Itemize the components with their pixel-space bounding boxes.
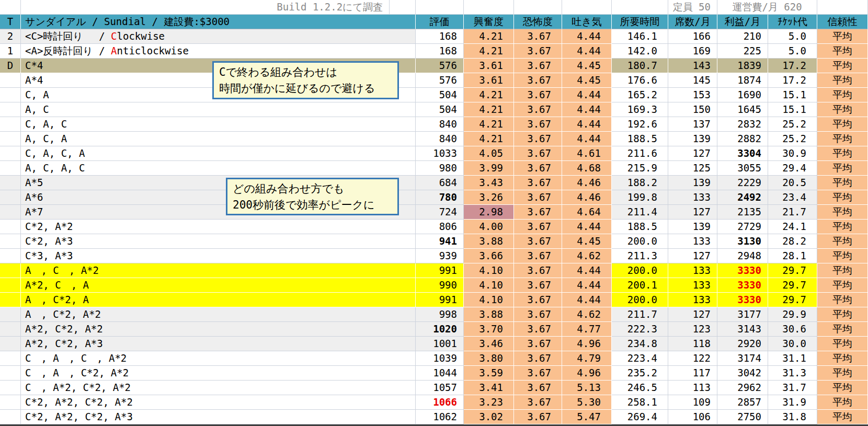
cell-combination-name[interactable]: C , A , C*2, A*2	[21, 366, 416, 381]
cell-fear[interactable]: 3.67	[514, 73, 562, 88]
cell-t[interactable]	[0, 337, 21, 351]
cell-nausea[interactable]: 4.44	[562, 44, 612, 59]
cell-reliability[interactable]: 平均	[817, 29, 868, 44]
cell-excitement[interactable]: 4.05	[464, 146, 514, 161]
cell-rating[interactable]: 1062	[416, 410, 464, 424]
cell-reliability[interactable]: 平均	[817, 278, 868, 293]
cell-duration[interactable]: 211.6	[612, 146, 668, 161]
cell-ticket-price[interactable]: 31.8	[768, 410, 817, 424]
cell-profit-per-month[interactable]: 2882	[717, 132, 768, 146]
cell-seats-per-month[interactable]: 133	[668, 293, 717, 307]
col-header-profit-per-month[interactable]: 利益/月	[717, 15, 768, 29]
cell-reliability[interactable]: 平均	[817, 395, 868, 410]
cell-t[interactable]	[0, 161, 21, 176]
cell-t[interactable]	[0, 88, 21, 102]
cell-seats-per-month[interactable]: 133	[668, 263, 717, 278]
cell-t[interactable]	[0, 263, 21, 278]
cell-seats-per-month[interactable]: 133	[668, 190, 717, 205]
cell-nausea[interactable]: 4.44	[562, 293, 612, 307]
cell-t[interactable]	[0, 220, 21, 234]
cell-t[interactable]	[0, 234, 21, 249]
cell-rating[interactable]: 806	[416, 220, 464, 234]
cell-nausea[interactable]: 5.13	[562, 381, 612, 395]
cell-blank[interactable]	[416, 0, 464, 15]
cell-profit-per-month[interactable]: 3177	[717, 307, 768, 322]
cell-excitement[interactable]: 3.66	[464, 249, 514, 263]
cell-seats-per-month[interactable]: 137	[668, 117, 717, 132]
cell-ticket-price[interactable]: 31.9	[768, 395, 817, 410]
cell-t[interactable]	[0, 410, 21, 424]
cell-seats-per-month[interactable]: 143	[668, 59, 717, 73]
cell-t[interactable]: 2	[0, 29, 21, 44]
cell-profit-per-month[interactable]: 3143	[717, 322, 768, 337]
cell-fear[interactable]: 3.67	[514, 366, 562, 381]
cell-combination-name[interactable]: A , C , A*2	[21, 263, 416, 278]
cell-fear[interactable]: 3.67	[514, 190, 562, 205]
cell-profit-per-month[interactable]: 3304	[717, 146, 768, 161]
cell-combination-name[interactable]: C*2, A*3	[21, 234, 416, 249]
cell-seats-per-month[interactable]: 125	[668, 161, 717, 176]
cell-rating[interactable]: 724	[416, 205, 464, 220]
cell-excitement[interactable]: 3.88	[464, 307, 514, 322]
cell-rating[interactable]: 576	[416, 73, 464, 88]
cell-rating[interactable]: 684	[416, 176, 464, 190]
cell-reliability[interactable]: 平均	[817, 249, 868, 263]
cell-fear[interactable]: 3.67	[514, 59, 562, 73]
cell-fear[interactable]: 3.67	[514, 88, 562, 102]
cell-rating[interactable]: 1033	[416, 146, 464, 161]
cell-rating[interactable]: 168	[416, 29, 464, 44]
cell-nausea[interactable]: 4.45	[562, 234, 612, 249]
cell-profit-per-month[interactable]: 3055	[717, 161, 768, 176]
cell-duration[interactable]: 269.4	[612, 410, 668, 424]
cell-reliability[interactable]: 平均	[817, 44, 868, 59]
cell-seats-per-month[interactable]: 127	[668, 146, 717, 161]
cell-duration[interactable]: 165.2	[612, 88, 668, 102]
cell-ticket-price[interactable]: 30.9	[768, 146, 817, 161]
cell-t[interactable]	[0, 351, 21, 366]
cell-combination-name[interactable]: A*2, C*2, A*2	[21, 322, 416, 337]
cell-t[interactable]	[0, 249, 21, 263]
cell-fear[interactable]: 3.67	[514, 220, 562, 234]
cell-excitement[interactable]: 4.21	[464, 29, 514, 44]
cell-seats-per-month[interactable]: 133	[668, 278, 717, 293]
cell-reliability[interactable]: 平均	[817, 220, 868, 234]
cell-combination-name[interactable]: A*2, C , A	[21, 278, 416, 293]
cell-blank[interactable]	[464, 0, 514, 15]
cell-ticket-price[interactable]: 31.7	[768, 381, 817, 395]
cell-seats-per-month[interactable]: 106	[668, 410, 717, 424]
cell-blank[interactable]	[390, 0, 416, 15]
cell-rating[interactable]: 998	[416, 307, 464, 322]
cell-ticket-price[interactable]: 29.9	[768, 307, 817, 322]
cell-seats-per-month[interactable]: 133	[668, 234, 717, 249]
cell-rating[interactable]: 1020	[416, 322, 464, 337]
cell-t[interactable]	[0, 395, 21, 410]
cell-duration[interactable]: 211.7	[612, 307, 668, 322]
cell-fear[interactable]: 3.67	[514, 351, 562, 366]
cell-duration[interactable]: 199.8	[612, 190, 668, 205]
cell-fear[interactable]: 3.67	[514, 205, 562, 220]
cell-profit-per-month[interactable]: 3330	[717, 293, 768, 307]
capacity-note[interactable]: 定員 50	[668, 0, 717, 15]
cell-t[interactable]: D	[0, 59, 21, 73]
cell-seats-per-month[interactable]: 150	[668, 102, 717, 117]
cell-ticket-price[interactable]: 5.0	[768, 44, 817, 59]
col-header-nausea[interactable]: 吐き気	[562, 15, 612, 29]
cell-duration[interactable]: 180.7	[612, 59, 668, 73]
cell-excitement[interactable]: 4.00	[464, 220, 514, 234]
cell-excitement[interactable]: 3.46	[464, 337, 514, 351]
cell-blank[interactable]	[562, 0, 612, 15]
cell-fear[interactable]: 3.67	[514, 234, 562, 249]
cell-t[interactable]	[0, 146, 21, 161]
col-header-duration[interactable]: 所要時間	[612, 15, 668, 29]
cell-reliability[interactable]: 平均	[817, 102, 868, 117]
cell-ticket-price[interactable]: 29.7	[768, 263, 817, 278]
cell-ticket-price[interactable]: 21.7	[768, 205, 817, 220]
cell-fear[interactable]: 3.67	[514, 278, 562, 293]
cell-excitement[interactable]: 4.21	[464, 88, 514, 102]
cell-seats-per-month[interactable]: 139	[668, 220, 717, 234]
cell-fear[interactable]: 3.67	[514, 410, 562, 424]
cell-reliability[interactable]: 平均	[817, 293, 868, 307]
cell-nausea[interactable]: 4.44	[562, 278, 612, 293]
cell-excitement[interactable]: 4.21	[464, 44, 514, 59]
cell-duration[interactable]: 258.1	[612, 395, 668, 410]
